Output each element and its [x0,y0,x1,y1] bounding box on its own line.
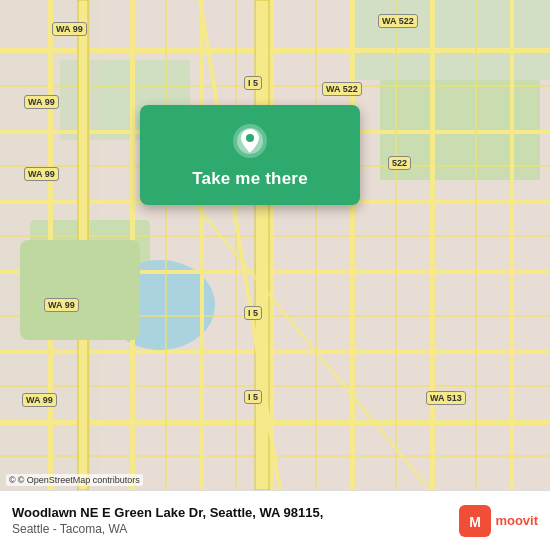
svg-rect-31 [395,0,397,490]
highway-label-i5-2: I 5 [244,306,262,320]
info-bar: Woodlawn NE E Green Lake Dr, Seattle, WA… [0,490,550,550]
region-line: Seattle - Tacoma, WA [12,522,459,536]
svg-rect-23 [270,0,274,490]
svg-rect-28 [165,0,167,490]
popup-card: Take me there [140,105,360,205]
copyright-symbol: © [9,475,16,485]
osm-text: © OpenStreetMap contributors [18,475,140,485]
svg-rect-37 [20,240,140,340]
svg-rect-29 [235,0,237,490]
take-me-there-button[interactable]: Take me there [192,169,308,189]
svg-rect-5 [350,0,550,80]
highway-label-wa99-5: WA 99 [22,393,57,407]
osm-attribution: © © OpenStreetMap contributors [6,474,143,486]
highway-label-i5-3: I 5 [244,390,262,404]
highway-label-wa522-1: WA 522 [378,14,418,28]
svg-rect-26 [510,0,514,490]
svg-text:M: M [470,514,482,530]
highway-label-wa99-4: WA 99 [44,298,79,312]
svg-rect-24 [350,0,355,490]
location-pin-icon [232,123,268,159]
svg-rect-30 [315,0,317,490]
svg-rect-32 [475,0,477,490]
highway-label-wa513: WA 513 [426,391,466,405]
highway-label-522: 522 [388,156,411,170]
address-line: Woodlawn NE E Green Lake Dr, Seattle, WA… [12,505,459,522]
info-text: Woodlawn NE E Green Lake Dr, Seattle, WA… [12,505,459,536]
svg-rect-25 [430,0,435,490]
highway-label-wa99-1: WA 99 [52,22,87,36]
svg-point-40 [246,134,254,142]
highway-label-wa99-3: WA 99 [24,167,59,181]
map-container: WA 99 WA 99 WA 99 WA 99 WA 99 WA 522 WA … [0,0,550,490]
svg-rect-22 [200,0,204,490]
moovit-brand-text: moovit [495,513,538,528]
highway-label-i5-1: I 5 [244,76,262,90]
moovit-logo: M moovit [459,505,538,537]
moovit-icon: M [459,505,491,537]
highway-label-wa99-2: WA 99 [24,95,59,109]
highway-label-wa522-2: WA 522 [322,82,362,96]
